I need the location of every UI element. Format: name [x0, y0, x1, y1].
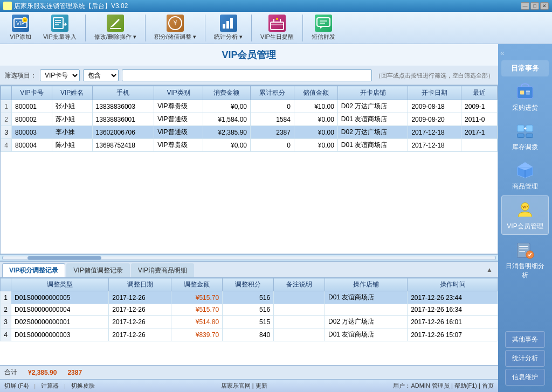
cell-type: VIP普通级 — [154, 126, 203, 139]
col-last[interactable]: 最近 — [461, 86, 498, 100]
minimize-button[interactable]: — — [521, 2, 529, 10]
sidebar-info-button[interactable]: 信息维护 — [505, 369, 545, 386]
filter-input[interactable] — [122, 69, 372, 81]
filter-label: 筛选项目： — [4, 71, 37, 80]
footer-totals: 合计 ¥2,385.90 2387 — [0, 365, 498, 379]
col-type[interactable]: VIP类别 — [154, 86, 203, 100]
bcell-amount: ¥839.70 — [171, 328, 223, 341]
filter-field-select[interactable]: VIP卡号 VIP姓名 手机 VIP类别 — [40, 69, 80, 81]
sidebar-expand-button[interactable]: « — [498, 46, 507, 59]
sidebar-item-goods[interactable]: 商品管理 — [501, 156, 549, 194]
col-opendate[interactable]: 开卡日期 — [408, 86, 461, 100]
tab-consume-detail[interactable]: VIP消费商品明细 — [131, 263, 194, 277]
cell-num: 3 — [1, 126, 12, 139]
bcol-time[interactable]: 操作时间 — [408, 278, 498, 291]
col-phone[interactable]: 手机 — [92, 86, 154, 100]
footer-points: 2387 — [67, 369, 82, 376]
filter-bar: 筛选项目： VIP卡号 VIP姓名 手机 VIP类别 包含 等于 开始于 结束于… — [0, 66, 498, 85]
col-points[interactable]: 累计积分 — [250, 86, 294, 100]
edit-delete-button[interactable]: 修改/删除操作 ▾ — [90, 12, 141, 43]
sidebar-item-daily-detail[interactable]: 日消售明细分析 — [501, 236, 549, 283]
sidebar-stats-button[interactable]: 统计分析 — [505, 350, 545, 367]
toolbar-sep-2 — [145, 15, 146, 41]
tab-points-log[interactable]: VIP积分调整记录 — [2, 263, 65, 277]
edit-delete-label: 修改/删除操作 ▾ — [94, 33, 136, 41]
bcell-type: D01S00000000004 — [11, 304, 109, 316]
birthday-label: VIP生日提醒 — [260, 33, 294, 41]
titlebar: 店家乐服装连锁管理系统【后台】V3.02 — □ ✕ — [0, 0, 552, 12]
bcol-type[interactable]: 调整类型 — [11, 278, 109, 291]
col-consume[interactable]: 消费金额 — [203, 86, 250, 100]
main-table-wrapper: VIP卡号 VIP姓名 手机 VIP类别 消费金额 累计积分 储值金额 开卡店铺… — [0, 85, 498, 254]
points-adjust-label: 积分/储值调整 ▾ — [154, 33, 196, 41]
bottom-section: VIP积分调整记录 VIP储值调整记录 VIP消费商品明细 ▲ 调整类型 调整日… — [0, 261, 498, 379]
collapse-button[interactable]: ▲ — [483, 265, 496, 275]
vip-import-icon — [51, 15, 68, 32]
table-row[interactable]: 2 800002 苏小姐 13838836001 VIP普通级 ¥1,584.0… — [1, 113, 498, 126]
window-controls: — □ ✕ — [521, 2, 549, 10]
bcell-amount: ¥515.70 — [171, 304, 223, 316]
table-row[interactable]: 3 800003 李小妹 13602006706 VIP普通级 ¥2,385.9… — [1, 126, 498, 139]
list-item[interactable]: 4 D01S00000000003 2017-12-26 ¥839.70 840… — [1, 328, 498, 341]
main-scrollbar[interactable] — [0, 254, 498, 261]
col-name[interactable]: VIP姓名 — [52, 86, 92, 100]
filter-condition-select[interactable]: 包含 等于 开始于 结束于 — [83, 69, 119, 81]
vip-add-button[interactable]: VIP + VIP添加 — [4, 12, 37, 43]
col-card[interactable]: VIP卡号 — [12, 86, 52, 100]
bottom-table: 调整类型 调整日期 调整金额 调整积分 备注说明 操作店铺 操作时间 1 D01… — [0, 278, 498, 341]
list-item[interactable]: 2 D01S00000000004 2017-12-26 ¥515.70 516… — [1, 304, 498, 316]
cell-points: 1584 — [250, 113, 294, 126]
sidebar-item-inventory[interactable]: 库存调拨 — [501, 117, 549, 155]
list-item[interactable]: 1 D01S00000000005 2017-12-26 ¥515.70 516… — [1, 291, 498, 304]
vip-import-button[interactable]: VIP批量导入 — [39, 12, 81, 43]
table-row[interactable]: 1 800001 张小姐 13838836003 VIP尊贵级 ¥0,00 0 … — [1, 100, 498, 113]
cell-consume: ¥0.00 — [203, 139, 250, 152]
list-item[interactable]: 3 D02S00000000001 2017-12-26 ¥514.80 515… — [1, 316, 498, 328]
svg-rect-12 — [226, 21, 229, 29]
points-adjust-icon: ¥ — [167, 15, 184, 32]
page-title: VIP会员管理 — [0, 44, 498, 66]
sms-button[interactable]: 短信群发 — [307, 12, 340, 43]
sidebar-item-vip[interactable]: VIP VIP会员管理 — [501, 195, 549, 235]
maximize-button[interactable]: □ — [530, 2, 539, 10]
bcol-date[interactable]: 调整日期 — [109, 278, 171, 291]
col-store[interactable]: 开卡店铺 — [337, 86, 408, 100]
points-adjust-button[interactable]: ¥ 积分/储值调整 ▾ — [150, 12, 201, 43]
statusbar-right: 用户：ADMIN 管理员 | 帮助(F1) | 首页 — [393, 382, 494, 390]
cell-type: VIP尊贵级 — [154, 139, 203, 152]
birthday-button[interactable]: VIP生日提醒 — [256, 12, 298, 43]
statusbar-item-0[interactable]: 切屏 (F4) — [4, 382, 29, 390]
main-table: VIP卡号 VIP姓名 手机 VIP类别 消费金额 累计积分 储值金额 开卡店铺… — [1, 86, 498, 152]
bcell-type: D01S00000000005 — [11, 291, 109, 304]
cell-consume: ¥0,00 — [203, 100, 250, 113]
cell-store: D01 友谊商场店 — [337, 139, 408, 152]
cell-last: 2009-1 — [461, 100, 498, 113]
sidebar-other-button[interactable]: 其他事务 — [505, 331, 545, 348]
sidebar-section-daily[interactable]: 日常事务 — [501, 60, 549, 76]
toolbar: VIP + VIP添加 VIP批量导入 修改/删 — [0, 12, 552, 44]
table-row[interactable]: 4 800004 陈小姐 13698752418 VIP尊贵级 ¥0.00 0 … — [1, 139, 498, 152]
close-button[interactable]: ✕ — [540, 2, 549, 10]
bcell-time: 2017-12-26 16:01 — [408, 316, 498, 328]
tab-stored-log[interactable]: VIP储值调整记录 — [66, 263, 129, 277]
bcell-date: 2017-12-26 — [109, 316, 171, 328]
sms-label: 短信群发 — [312, 33, 335, 41]
bcol-note[interactable]: 备注说明 — [274, 278, 325, 291]
col-stored[interactable]: 储值金额 — [294, 86, 337, 100]
bcell-points: 516 — [223, 291, 274, 304]
statusbar-item-1[interactable]: 计算器 — [41, 382, 59, 390]
svg-rect-27 — [526, 125, 533, 132]
bottom-table-body: 1 D01S00000000005 2017-12-26 ¥515.70 516… — [1, 291, 498, 341]
sidebar-item-purchase[interactable]: 采购进货 — [501, 78, 549, 116]
bcell-points: 516 — [223, 304, 274, 316]
statusbar-item-2[interactable]: 切换皮肤 — [71, 382, 95, 390]
cell-card: 800001 — [12, 100, 52, 113]
bcol-points[interactable]: 调整积分 — [223, 278, 274, 291]
footer-amount: ¥2,385.90 — [28, 369, 57, 376]
cell-num: 1 — [1, 100, 12, 113]
bcol-store[interactable]: 操作店铺 — [325, 278, 408, 291]
cell-name: 苏小姐 — [52, 113, 92, 126]
cell-type: VIP尊贵级 — [154, 100, 203, 113]
bcol-amount[interactable]: 调整金额 — [171, 278, 223, 291]
stats-button[interactable]: 统计分析 ▾ — [210, 12, 247, 43]
